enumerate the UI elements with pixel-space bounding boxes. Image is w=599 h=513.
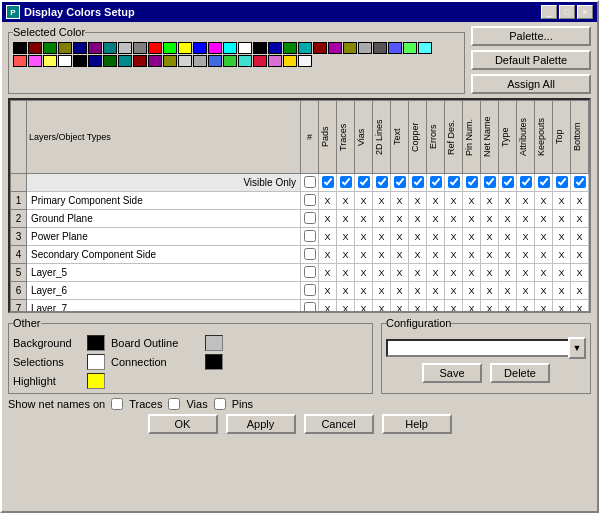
- cell-3-8[interactable]: X: [463, 246, 481, 264]
- color-swatch-13[interactable]: [208, 42, 222, 54]
- cell-1-12[interactable]: X: [535, 210, 553, 228]
- board-outline-color-box[interactable]: [205, 335, 223, 351]
- cell-5-14[interactable]: X: [571, 282, 589, 300]
- cell-6-3[interactable]: X: [373, 300, 391, 312]
- cell-6-0[interactable]: X: [319, 300, 337, 312]
- cell-1-13[interactable]: X: [553, 210, 571, 228]
- layer-visible-cb-3[interactable]: [304, 248, 316, 260]
- cell-5-4[interactable]: X: [391, 282, 409, 300]
- cell-4-2[interactable]: X: [355, 264, 373, 282]
- cell-0-0[interactable]: X: [319, 192, 337, 210]
- cell-2-1[interactable]: X: [337, 228, 355, 246]
- color-swatch-46[interactable]: [283, 55, 297, 67]
- color-swatch-8[interactable]: [133, 42, 147, 54]
- cell-4-0[interactable]: X: [319, 264, 337, 282]
- cell-0-2[interactable]: X: [355, 192, 373, 210]
- color-swatch-42[interactable]: [223, 55, 237, 67]
- copper-visible-cb[interactable]: [412, 176, 424, 188]
- cell-0-6[interactable]: X: [427, 192, 445, 210]
- layer-visible-cb-2[interactable]: [304, 230, 316, 242]
- color-swatch-45[interactable]: [268, 55, 282, 67]
- traces-visible-cb[interactable]: [340, 176, 352, 188]
- cell-6-14[interactable]: X: [571, 300, 589, 312]
- cell-4-9[interactable]: X: [481, 264, 499, 282]
- cell-3-10[interactable]: X: [499, 246, 517, 264]
- text-visible-cb[interactable]: [394, 176, 406, 188]
- color-swatch-15[interactable]: [238, 42, 252, 54]
- cell-1-9[interactable]: X: [481, 210, 499, 228]
- cell-1-10[interactable]: X: [499, 210, 517, 228]
- cell-0-11[interactable]: X: [517, 192, 535, 210]
- color-swatch-16[interactable]: [253, 42, 267, 54]
- cell-2-10[interactable]: X: [499, 228, 517, 246]
- cell-1-5[interactable]: X: [409, 210, 427, 228]
- pins-net-checkbox[interactable]: [214, 398, 226, 410]
- color-swatch-12[interactable]: [193, 42, 207, 54]
- cell-4-1[interactable]: X: [337, 264, 355, 282]
- highlight-color-box[interactable]: [87, 373, 105, 389]
- cell-5-8[interactable]: X: [463, 282, 481, 300]
- color-swatch-44[interactable]: [253, 55, 267, 67]
- cell-3-14[interactable]: X: [571, 246, 589, 264]
- config-dropdown[interactable]: [386, 339, 586, 357]
- color-swatch-9[interactable]: [148, 42, 162, 54]
- cell-6-11[interactable]: X: [517, 300, 535, 312]
- cell-2-6[interactable]: X: [427, 228, 445, 246]
- cell-5-11[interactable]: X: [517, 282, 535, 300]
- color-swatch-23[interactable]: [358, 42, 372, 54]
- cell-2-11[interactable]: X: [517, 228, 535, 246]
- cell-5-5[interactable]: X: [409, 282, 427, 300]
- color-swatch-0[interactable]: [13, 42, 27, 54]
- cell-1-3[interactable]: X: [373, 210, 391, 228]
- color-swatch-5[interactable]: [88, 42, 102, 54]
- color-swatch-37[interactable]: [148, 55, 162, 67]
- color-swatch-18[interactable]: [283, 42, 297, 54]
- traces-net-checkbox[interactable]: [111, 398, 123, 410]
- cell-0-3[interactable]: X: [373, 192, 391, 210]
- color-swatch-11[interactable]: [178, 42, 192, 54]
- cell-4-6[interactable]: X: [427, 264, 445, 282]
- color-swatch-47[interactable]: [298, 55, 312, 67]
- cell-1-4[interactable]: X: [391, 210, 409, 228]
- cell-3-6[interactable]: X: [427, 246, 445, 264]
- cell-6-10[interactable]: X: [499, 300, 517, 312]
- cell-3-9[interactable]: X: [481, 246, 499, 264]
- cell-5-12[interactable]: X: [535, 282, 553, 300]
- color-swatch-32[interactable]: [73, 55, 87, 67]
- cell-3-5[interactable]: X: [409, 246, 427, 264]
- cell-0-5[interactable]: X: [409, 192, 427, 210]
- color-swatch-34[interactable]: [103, 55, 117, 67]
- type-visible-cb[interactable]: [502, 176, 514, 188]
- cell-4-12[interactable]: X: [535, 264, 553, 282]
- cell-2-8[interactable]: X: [463, 228, 481, 246]
- cell-6-2[interactable]: X: [355, 300, 373, 312]
- cell-2-0[interactable]: X: [319, 228, 337, 246]
- cell-1-1[interactable]: X: [337, 210, 355, 228]
- vias-visible-cb[interactable]: [358, 176, 370, 188]
- cell-5-13[interactable]: X: [553, 282, 571, 300]
- apply-button[interactable]: Apply: [226, 414, 296, 434]
- cell-2-14[interactable]: X: [571, 228, 589, 246]
- color-swatch-28[interactable]: [13, 55, 27, 67]
- attributes-visible-cb[interactable]: [520, 176, 532, 188]
- color-swatch-21[interactable]: [328, 42, 342, 54]
- color-swatch-1[interactable]: [28, 42, 42, 54]
- color-swatch-3[interactable]: [58, 42, 72, 54]
- connection-color-box[interactable]: [205, 354, 223, 370]
- palette-button[interactable]: Palette...: [471, 26, 591, 46]
- color-swatch-7[interactable]: [118, 42, 132, 54]
- cell-6-5[interactable]: X: [409, 300, 427, 312]
- cell-2-5[interactable]: X: [409, 228, 427, 246]
- color-swatch-20[interactable]: [313, 42, 327, 54]
- cell-1-8[interactable]: X: [463, 210, 481, 228]
- color-swatch-4[interactable]: [73, 42, 87, 54]
- visible-only-checkbox[interactable]: [304, 176, 316, 188]
- cell-6-7[interactable]: X: [445, 300, 463, 312]
- cell-3-2[interactable]: X: [355, 246, 373, 264]
- cell-6-8[interactable]: X: [463, 300, 481, 312]
- cell-4-5[interactable]: X: [409, 264, 427, 282]
- refdes-visible-cb[interactable]: [448, 176, 460, 188]
- cell-0-10[interactable]: X: [499, 192, 517, 210]
- pads-visible-cb[interactable]: [322, 176, 334, 188]
- save-button[interactable]: Save: [422, 363, 482, 383]
